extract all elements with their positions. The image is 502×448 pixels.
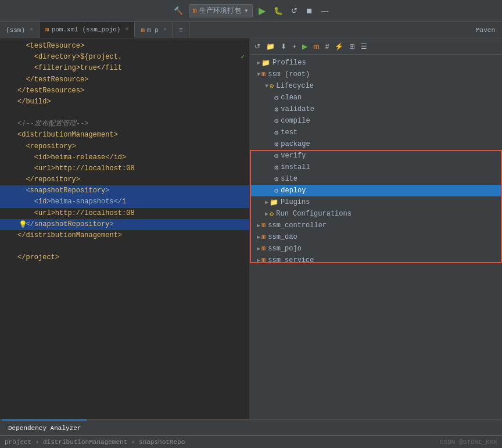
editor-line: <url>http://localhost:08 [0, 208, 249, 219]
run-button[interactable]: ▶ [256, 4, 268, 17]
tree-item-package[interactable]: ⚙ package [250, 138, 502, 150]
tree-item-ssm-service[interactable]: ▶ m ssm_service [250, 255, 502, 266]
folder-tool-btn[interactable]: 📁 [264, 41, 277, 52]
tree-label: Lifecycle [276, 82, 314, 90]
stop-button[interactable]: ⏹ [303, 5, 315, 16]
editor-line: <directory>${project. ✓ [0, 52, 249, 63]
tree-label: verify [281, 152, 306, 160]
tree-item-ssm-controller[interactable]: ▶ m ssm_controller [250, 220, 502, 231]
main-layout: <testResource> <directory>${project. ✓ <… [0, 38, 502, 419]
maven-panel-tab[interactable]: Maven [469, 22, 502, 38]
debug-button[interactable]: 🐛 [271, 5, 285, 16]
tree-item-compile[interactable]: ⚙ compile [250, 115, 502, 127]
gear-folder-icon: ⚙ [270, 82, 274, 91]
tab-label: pom.xml (ssm_pojo) [52, 26, 121, 33]
close-icon[interactable]: × [125, 26, 128, 33]
editor-line [0, 107, 249, 119]
editor-line: <filtering>true</filt [0, 63, 249, 74]
tree-item-ssm-pojo[interactable]: ▶ m ssm_pojo [250, 243, 502, 255]
m-file-icon: m [45, 26, 49, 33]
tree-label: ssm_service [268, 256, 314, 264]
editor-line: <distributionManagement> [0, 130, 249, 141]
tab-pom-xml[interactable]: m pom.xml (ssm_pojo) × [40, 22, 135, 38]
close-icon[interactable]: × [163, 27, 167, 33]
maven-toolbar: ↺ 📁 ⬇ + ▶ m # ⚡ ⊞ ☰ [250, 38, 502, 55]
refresh-button[interactable]: ↺ [289, 5, 300, 16]
maven-config-label: 生产环境打包 [199, 6, 241, 16]
m-folder-icon: m [261, 233, 266, 241]
tree-item-profiles[interactable]: ▶ 📁 Profiles [250, 57, 502, 69]
maven-tree: ▶ 📁 Profiles ▼ m ssm (root) ▼ ⚙ Lifecycl… [250, 55, 502, 419]
editor-line-highlighted: <snapshotRepository> [0, 185, 249, 196]
tree-label: ssm (root) [268, 70, 310, 78]
watermark-text: CSDN @STONE_KKK [440, 439, 497, 446]
list-tool-btn[interactable]: ☰ [358, 41, 370, 52]
add-tool-btn[interactable]: + [290, 41, 299, 52]
tree-item-site[interactable]: ⚙ site [250, 173, 502, 185]
tree-label: install [281, 163, 310, 171]
breadcrumb: project › distributionManagement › snaps… [5, 439, 185, 446]
hammer-button[interactable]: 🔨 [171, 5, 185, 16]
close-icon[interactable]: × [30, 27, 33, 33]
tab-dependency-analyzer[interactable]: Dependency Analyzer [2, 420, 87, 435]
tab-label: m p [147, 27, 159, 34]
tree-label: ssm_controller [268, 221, 327, 230]
gear-icon: ⚙ [274, 105, 278, 114]
tab-bar: (ssm) × m pom.xml (ssm_pojo) × m m p × ≡… [0, 22, 502, 38]
download-tool-btn[interactable]: ⬇ [278, 41, 289, 52]
tree-item-lifecycle[interactable]: ▼ ⚙ Lifecycle [250, 80, 502, 92]
tree-item-ssm-dao[interactable]: ▶ m ssm_dao [250, 231, 502, 243]
m-folder-icon: m [261, 256, 266, 264]
editor-line: </testResources> [0, 85, 249, 96]
tree-item-run-configs[interactable]: ▶ ⚙ Run Configurations [250, 208, 502, 220]
top-toolbar: 🔨 m 生产环境打包 ▾ ▶ 🐛 ↺ ⏹ — [0, 0, 502, 22]
tree-item-verify[interactable]: ⚙ verify [250, 150, 502, 162]
folder-icon: 📁 [261, 59, 270, 67]
maven-config-dropdown[interactable]: m 生产环境打包 ▾ [189, 4, 253, 17]
tree-label: validate [281, 105, 314, 113]
editor-content: <testResource> <directory>${project. ✓ <… [0, 38, 249, 266]
editor-line: </project> [0, 252, 249, 263]
tree-label: test [281, 128, 297, 137]
arrow-icon: ▶ [265, 199, 268, 206]
gear-icon: ⚙ [274, 187, 278, 195]
tree-item-validate[interactable]: ⚙ validate [250, 103, 502, 115]
tree-label: deploy [281, 187, 306, 195]
tree-item-ssm-root[interactable]: ▼ m ssm (root) [250, 69, 502, 80]
editor-line: </build> [0, 96, 249, 107]
tab-ssm[interactable]: (ssm) × [0, 22, 40, 38]
tab-label: ≡ [179, 27, 183, 34]
tree-item-install[interactable]: ⚙ install [250, 162, 502, 173]
run-tool-btn[interactable]: ▶ [300, 41, 310, 52]
status-bar: project › distributionManagement › snaps… [0, 435, 502, 448]
gear-icon: ⚙ [274, 117, 278, 126]
watermark: CSDN @STONE_KKK [440, 439, 497, 446]
tree-item-plugins[interactable]: ▶ 📁 Plugins [250, 196, 502, 208]
arrow-icon: ▶ [257, 59, 260, 66]
tree-label: ssm_pojo [268, 245, 302, 253]
tree-label: Profiles [272, 59, 306, 67]
arrow-icon: ▶ [257, 234, 260, 241]
editor-panel: <testResource> <directory>${project. ✓ <… [0, 38, 250, 419]
gear-icon: ⚙ [274, 94, 278, 102]
arrow-icon: ▼ [257, 71, 260, 78]
editor-line-highlighted: <id>heima-snapshots</i [0, 196, 249, 207]
tree-item-clean[interactable]: ⚙ clean [250, 92, 502, 103]
settings-button[interactable]: — [319, 5, 331, 16]
refresh-tool-btn[interactable]: ↺ [252, 41, 263, 52]
arrow-icon: ▶ [257, 245, 260, 252]
tree-item-test[interactable]: ⚙ test [250, 127, 502, 138]
gear-icon: ⚙ [274, 128, 278, 137]
tree-label: package [281, 140, 310, 148]
m-tool-btn[interactable]: m [311, 41, 322, 52]
m-folder-icon: m [261, 70, 266, 78]
chevron-down-icon: ▾ [244, 6, 248, 15]
editor-line: <url>http://localhost:08 [0, 163, 249, 174]
tree-item-deploy[interactable]: ⚙ deploy [250, 185, 502, 196]
hash-tool-btn[interactable]: # [323, 41, 332, 52]
grid-tool-btn[interactable]: ⊞ [347, 41, 357, 52]
tab-mp[interactable]: m m p × [135, 22, 173, 38]
tab-list[interactable]: ≡ [173, 22, 189, 38]
lightning-tool-btn[interactable]: ⚡ [332, 41, 346, 52]
gear-icon: ⚙ [274, 175, 278, 184]
